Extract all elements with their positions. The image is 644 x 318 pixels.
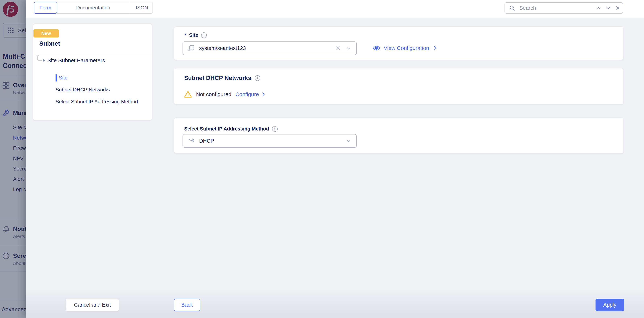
eye-icon: [373, 44, 380, 52]
tab-documentation[interactable]: Documentation: [56, 2, 130, 14]
ip-addressing-section-card: Select Subnet IP Addressing Method i DHC…: [174, 118, 624, 153]
dhcp-networks-section-card: Subnet DHCP Networks i Not configured Co…: [174, 68, 624, 104]
chevron-down-icon[interactable]: [346, 138, 352, 144]
tree-children: Site Subnet DHCP Networks Select Subnet …: [56, 74, 152, 110]
close-icon[interactable]: [615, 5, 620, 11]
dhcp-section-title-text: Subnet DHCP Networks: [184, 75, 252, 82]
apply-button[interactable]: Apply: [596, 299, 624, 311]
wizard-nav-card: New Subnet Site Subnet Parameters Site S…: [33, 24, 152, 120]
tree-parent-item[interactable]: Site Subnet Parameters: [48, 57, 105, 64]
info-glyph: i: [204, 33, 204, 38]
method-select-value: DHCP: [199, 138, 341, 144]
site-select[interactable]: system/seantest123: [182, 42, 357, 55]
method-select[interactable]: DHCP: [182, 134, 357, 148]
chevron-down-icon[interactable]: [346, 45, 352, 51]
info-icon[interactable]: i: [255, 75, 260, 81]
view-mode-tabs: Form Documentation JSON: [34, 2, 153, 14]
tab-form[interactable]: Form: [34, 2, 57, 14]
tree-item-site-label: Site: [59, 74, 68, 82]
configure-link[interactable]: Configure: [235, 91, 266, 97]
site-section-card: * Site i system/seantest123: [174, 27, 624, 60]
info-icon[interactable]: i: [201, 32, 207, 38]
info-glyph: i: [274, 127, 275, 131]
chevron-down-icon[interactable]: [605, 5, 611, 11]
search-bar: [504, 2, 623, 14]
branch-choice-icon: [188, 137, 195, 145]
tab-json[interactable]: JSON: [130, 2, 152, 14]
dhcp-status-row: Not configured Configure: [184, 90, 266, 99]
site-field-label-text: Site: [189, 32, 198, 38]
method-field-label: Select Subnet IP Addressing Method i: [184, 126, 278, 132]
tree-divider: [33, 55, 152, 55]
search-icon: [509, 5, 516, 11]
tree-expand-caret-icon: [43, 59, 45, 62]
configure-link-label: Configure: [235, 91, 259, 97]
status-badge: Not configured: [196, 91, 231, 97]
tree-item-subnet-dhcp-networks[interactable]: Subnet DHCP Networks: [56, 86, 152, 94]
chevron-right-icon: [432, 45, 438, 51]
site-field-label: * Site i: [184, 32, 207, 38]
site-reference-icon: [188, 45, 195, 52]
view-configuration-label: View Configuration: [384, 45, 429, 51]
dhcp-section-title: Subnet DHCP Networks i: [184, 75, 260, 82]
tree-item-select-subnet-ip-addressing-method[interactable]: Select Subnet IP Addressing Method: [56, 98, 152, 106]
info-glyph: i: [257, 76, 258, 80]
chevron-right-icon: [261, 92, 266, 97]
view-configuration-link[interactable]: View Configuration: [373, 44, 438, 52]
method-field-label-text: Select Subnet IP Addressing Method: [184, 126, 269, 132]
required-mark: *: [184, 32, 186, 38]
cancel-and-exit-button[interactable]: Cancel and Exit: [66, 299, 119, 311]
active-item-bar: [56, 74, 56, 82]
search-input[interactable]: [519, 5, 588, 11]
chevron-up-icon[interactable]: [596, 5, 601, 11]
back-button[interactable]: Back: [174, 299, 200, 311]
wizard-title: Subnet: [39, 40, 60, 47]
warning-triangle-icon: [184, 90, 192, 99]
tree-item-site[interactable]: Site: [56, 74, 152, 82]
new-badge: New: [34, 29, 59, 38]
info-icon[interactable]: i: [272, 126, 278, 132]
clear-selection-icon[interactable]: [335, 45, 341, 51]
site-select-value: system/seantest123: [199, 45, 331, 51]
modal-body: New Subnet Site Subnet Parameters Site S…: [26, 18, 644, 318]
subnet-wizard-modal: Form Documentation JSON: [26, 0, 644, 318]
tree-connector-line: [37, 56, 42, 61]
modal-header: Form Documentation JSON: [26, 0, 644, 18]
